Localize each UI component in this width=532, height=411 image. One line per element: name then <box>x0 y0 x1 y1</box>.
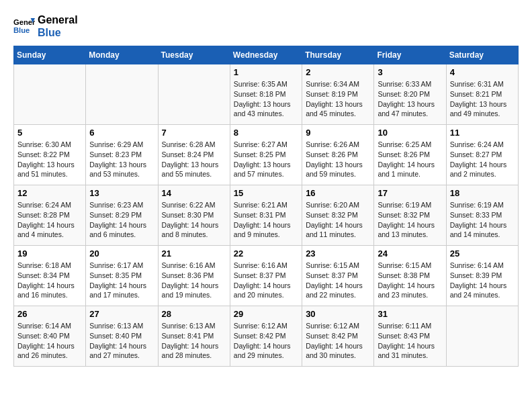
logo: General Blue General Blue <box>13 13 78 39</box>
day-number: 24 <box>378 248 442 259</box>
calendar-cell <box>446 306 518 367</box>
day-number: 30 <box>306 309 370 319</box>
day-info: Sunrise: 6:14 AM Sunset: 8:39 PM Dayligh… <box>450 261 515 300</box>
day-number: 1 <box>234 67 298 77</box>
day-info: Sunrise: 6:30 AM Sunset: 8:22 PM Dayligh… <box>17 140 82 179</box>
page-header: General Blue General Blue <box>13 13 519 39</box>
calendar-cell: 6Sunrise: 6:29 AM Sunset: 8:23 PM Daylig… <box>86 125 158 185</box>
header-monday: Monday <box>86 46 158 64</box>
week-row-3: 12Sunrise: 6:24 AM Sunset: 8:28 PM Dayli… <box>14 185 519 246</box>
day-info: Sunrise: 6:12 AM Sunset: 8:42 PM Dayligh… <box>306 321 370 361</box>
day-info: Sunrise: 6:35 AM Sunset: 8:18 PM Dayligh… <box>234 79 298 119</box>
calendar-cell: 9Sunrise: 6:26 AM Sunset: 8:26 PM Daylig… <box>302 125 374 185</box>
day-number: 3 <box>378 67 442 77</box>
calendar-cell: 12Sunrise: 6:24 AM Sunset: 8:28 PM Dayli… <box>14 185 86 246</box>
day-number: 8 <box>234 128 298 138</box>
calendar-cell: 31Sunrise: 6:11 AM Sunset: 8:43 PM Dayli… <box>374 306 446 367</box>
svg-text:Blue: Blue <box>13 26 30 34</box>
week-row-5: 26Sunrise: 6:14 AM Sunset: 8:40 PM Dayli… <box>14 306 519 367</box>
header-tuesday: Tuesday <box>158 46 230 64</box>
day-number: 10 <box>378 128 442 138</box>
day-number: 14 <box>162 188 226 198</box>
day-number: 31 <box>378 309 442 319</box>
day-number: 5 <box>17 128 82 138</box>
day-info: Sunrise: 6:29 AM Sunset: 8:23 PM Dayligh… <box>89 140 154 179</box>
calendar-cell: 26Sunrise: 6:14 AM Sunset: 8:40 PM Dayli… <box>14 306 86 367</box>
day-number: 22 <box>234 248 298 259</box>
header-thursday: Thursday <box>302 46 374 64</box>
calendar-cell: 30Sunrise: 6:12 AM Sunset: 8:42 PM Dayli… <box>302 306 374 367</box>
calendar-cell <box>14 64 86 125</box>
header-friday: Friday <box>374 46 446 64</box>
header-sunday: Sunday <box>14 46 86 64</box>
calendar-cell: 10Sunrise: 6:25 AM Sunset: 8:26 PM Dayli… <box>374 125 446 185</box>
day-info: Sunrise: 6:15 AM Sunset: 8:37 PM Dayligh… <box>306 261 370 300</box>
day-info: Sunrise: 6:28 AM Sunset: 8:24 PM Dayligh… <box>162 140 226 179</box>
calendar-cell: 20Sunrise: 6:17 AM Sunset: 8:35 PM Dayli… <box>86 246 158 306</box>
day-info: Sunrise: 6:22 AM Sunset: 8:30 PM Dayligh… <box>162 200 226 240</box>
day-number: 4 <box>450 67 515 77</box>
day-number: 20 <box>89 248 154 259</box>
calendar-cell <box>158 64 230 125</box>
calendar-cell: 11Sunrise: 6:24 AM Sunset: 8:27 PM Dayli… <box>446 125 518 185</box>
calendar-table: SundayMondayTuesdayWednesdayThursdayFrid… <box>13 46 519 367</box>
calendar-cell: 1Sunrise: 6:35 AM Sunset: 8:18 PM Daylig… <box>230 64 302 125</box>
logo-blue: Blue <box>38 26 78 39</box>
calendar-cell: 8Sunrise: 6:27 AM Sunset: 8:25 PM Daylig… <box>230 125 302 185</box>
day-info: Sunrise: 6:34 AM Sunset: 8:19 PM Dayligh… <box>306 79 370 119</box>
day-number: 16 <box>306 188 370 198</box>
day-info: Sunrise: 6:27 AM Sunset: 8:25 PM Dayligh… <box>234 140 298 179</box>
day-number: 23 <box>306 248 370 259</box>
day-info: Sunrise: 6:24 AM Sunset: 8:27 PM Dayligh… <box>450 140 515 179</box>
day-number: 26 <box>17 309 82 319</box>
day-info: Sunrise: 6:18 AM Sunset: 8:34 PM Dayligh… <box>17 261 82 300</box>
day-number: 29 <box>234 309 298 319</box>
day-number: 25 <box>450 248 515 259</box>
day-info: Sunrise: 6:13 AM Sunset: 8:40 PM Dayligh… <box>89 321 154 361</box>
day-info: Sunrise: 6:31 AM Sunset: 8:21 PM Dayligh… <box>450 79 515 119</box>
day-number: 18 <box>450 188 515 198</box>
day-number: 12 <box>17 188 82 198</box>
week-row-1: 1Sunrise: 6:35 AM Sunset: 8:18 PM Daylig… <box>14 64 519 125</box>
day-number: 28 <box>162 309 226 319</box>
calendar-cell: 5Sunrise: 6:30 AM Sunset: 8:22 PM Daylig… <box>14 125 86 185</box>
calendar-header-row: SundayMondayTuesdayWednesdayThursdayFrid… <box>14 46 519 64</box>
header-wednesday: Wednesday <box>230 46 302 64</box>
calendar-cell: 25Sunrise: 6:14 AM Sunset: 8:39 PM Dayli… <box>446 246 518 306</box>
calendar-cell: 14Sunrise: 6:22 AM Sunset: 8:30 PM Dayli… <box>158 185 230 246</box>
day-info: Sunrise: 6:24 AM Sunset: 8:28 PM Dayligh… <box>17 200 82 240</box>
calendar-cell: 18Sunrise: 6:19 AM Sunset: 8:33 PM Dayli… <box>446 185 518 246</box>
calendar-cell: 7Sunrise: 6:28 AM Sunset: 8:24 PM Daylig… <box>158 125 230 185</box>
day-info: Sunrise: 6:14 AM Sunset: 8:40 PM Dayligh… <box>17 321 82 361</box>
day-number: 27 <box>89 309 154 319</box>
logo-icon: General Blue <box>13 15 35 37</box>
day-number: 11 <box>450 128 515 138</box>
calendar-cell: 16Sunrise: 6:20 AM Sunset: 8:32 PM Dayli… <box>302 185 374 246</box>
calendar-cell: 17Sunrise: 6:19 AM Sunset: 8:32 PM Dayli… <box>374 185 446 246</box>
day-number: 6 <box>89 128 154 138</box>
day-info: Sunrise: 6:16 AM Sunset: 8:37 PM Dayligh… <box>234 261 298 300</box>
calendar-cell: 4Sunrise: 6:31 AM Sunset: 8:21 PM Daylig… <box>446 64 518 125</box>
calendar-cell: 29Sunrise: 6:12 AM Sunset: 8:42 PM Dayli… <box>230 306 302 367</box>
day-info: Sunrise: 6:20 AM Sunset: 8:32 PM Dayligh… <box>306 200 370 240</box>
day-info: Sunrise: 6:15 AM Sunset: 8:38 PM Dayligh… <box>378 261 442 300</box>
day-info: Sunrise: 6:11 AM Sunset: 8:43 PM Dayligh… <box>378 321 442 361</box>
day-number: 17 <box>378 188 442 198</box>
calendar-cell: 24Sunrise: 6:15 AM Sunset: 8:38 PM Dayli… <box>374 246 446 306</box>
day-info: Sunrise: 6:13 AM Sunset: 8:41 PM Dayligh… <box>162 321 226 361</box>
day-number: 15 <box>234 188 298 198</box>
week-row-4: 19Sunrise: 6:18 AM Sunset: 8:34 PM Dayli… <box>14 246 519 306</box>
day-number: 21 <box>162 248 226 259</box>
logo-general: General <box>38 13 78 26</box>
day-number: 19 <box>17 248 82 259</box>
day-number: 13 <box>89 188 154 198</box>
day-info: Sunrise: 6:16 AM Sunset: 8:36 PM Dayligh… <box>162 261 226 300</box>
day-info: Sunrise: 6:26 AM Sunset: 8:26 PM Dayligh… <box>306 140 370 179</box>
day-number: 2 <box>306 67 370 77</box>
day-info: Sunrise: 6:25 AM Sunset: 8:26 PM Dayligh… <box>378 140 442 179</box>
calendar-cell: 22Sunrise: 6:16 AM Sunset: 8:37 PM Dayli… <box>230 246 302 306</box>
calendar-cell: 27Sunrise: 6:13 AM Sunset: 8:40 PM Dayli… <box>86 306 158 367</box>
calendar-cell: 13Sunrise: 6:23 AM Sunset: 8:29 PM Dayli… <box>86 185 158 246</box>
day-info: Sunrise: 6:33 AM Sunset: 8:20 PM Dayligh… <box>378 79 442 119</box>
day-info: Sunrise: 6:19 AM Sunset: 8:33 PM Dayligh… <box>450 200 515 240</box>
